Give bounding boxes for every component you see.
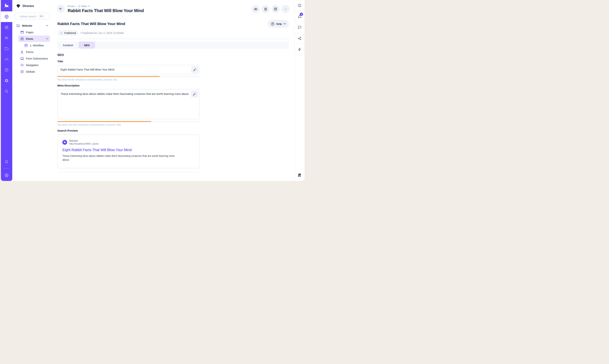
- module-bar: [1, 0, 12, 181]
- title-helper-text: Too short 45-60 characters recommended. …: [57, 78, 199, 81]
- sync-icon: [78, 5, 80, 8]
- nav-sidebar: Directus Global Search ⌘K Website: [12, 0, 52, 181]
- sidebar-item-form-submissions[interactable]: Form Submissions: [18, 55, 50, 62]
- docs-module-tab[interactable]: [1, 65, 12, 75]
- sidebar-item-label: Globals: [26, 70, 35, 73]
- sidebar-item-website[interactable]: Website: [14, 22, 50, 29]
- shares-panel-button[interactable]: [294, 33, 304, 44]
- inbox-icon: [20, 56, 24, 60]
- main-panel: Posts • Main Rabbit Facts That Will Blow…: [52, 0, 294, 181]
- folder-star-icon: [16, 24, 20, 27]
- editor-module-tab[interactable]: [1, 22, 12, 33]
- search-preview-card: Directus http://localhost:8055 › posts E…: [57, 134, 199, 168]
- preview-result-link[interactable]: Eight Rabbit Facts That Will Blow Your M…: [62, 148, 132, 152]
- item-heading: Rabbit Facts That Will Blow Your Mind: [57, 22, 125, 26]
- folder-icon: [4, 47, 9, 51]
- caret-down-icon: [88, 6, 90, 7]
- title-a-icon: A: [20, 50, 24, 54]
- chevron-down-icon: [284, 23, 286, 25]
- archive-button[interactable]: [271, 5, 280, 13]
- version-name: Main: [81, 5, 87, 8]
- sidebar-item-navigation[interactable]: Navigation: [18, 62, 50, 68]
- meta-description-value: These interesting facts about rabbits ma…: [58, 90, 199, 95]
- page-title: Rabbit Facts That Will Blow Your Mind: [68, 8, 249, 13]
- magic-wand-icon: [193, 68, 197, 72]
- flows-panel-button[interactable]: [294, 44, 304, 55]
- app-window: Directus Global Search ⌘K Website: [1, 0, 304, 181]
- seo-form: SEO Title Too short 45-60 characters: [57, 53, 199, 172]
- search-module-tab[interactable]: [1, 86, 12, 97]
- account-circle-icon: [4, 173, 9, 178]
- header-titles: Posts • Main Rabbit Facts That Will Blow…: [68, 5, 249, 13]
- breadcrumb-collection[interactable]: Posts: [68, 5, 74, 8]
- save-button[interactable]: [281, 5, 290, 13]
- kanban-board-icon: [24, 43, 28, 47]
- meta-helper-text: Too short 130-160 characters recommended…: [57, 123, 199, 126]
- tab-seo[interactable]: SEO: [79, 41, 95, 49]
- gear-icon: [4, 78, 9, 83]
- title-length-progress: [57, 76, 199, 77]
- detail-tabs: Content SEO: [57, 41, 289, 49]
- revisions-panel-button[interactable]: 2: [294, 11, 304, 22]
- status-row: Published • Published At: Jun 2, 2024 12…: [57, 30, 289, 36]
- chevron-down-icon[interactable]: [46, 25, 48, 26]
- meta-description-field[interactable]: These interesting facts about rabbits ma…: [57, 89, 199, 119]
- globe-icon: [20, 70, 24, 74]
- users-module-tab[interactable]: [1, 33, 12, 43]
- version-dropdown[interactable]: Main: [78, 5, 90, 8]
- info-panel-button[interactable]: [294, 0, 304, 11]
- settings-module-tab[interactable]: [1, 75, 12, 86]
- search-shortcut-chip: ⌘K: [38, 14, 45, 18]
- site-url: http://localhost:8055 › posts: [69, 143, 98, 145]
- box-icon: [4, 14, 9, 19]
- help-circle-icon: [271, 22, 275, 26]
- generate-meta-button[interactable]: [191, 91, 198, 98]
- eye-icon: [254, 7, 258, 11]
- content-module-tab[interactable]: [1, 11, 12, 22]
- pending-tasks-button[interactable]: [294, 169, 304, 181]
- generate-title-button[interactable]: [191, 66, 199, 73]
- bolt-icon: [298, 47, 302, 52]
- help-button[interactable]: Help: [267, 20, 289, 28]
- sidebar-item-label: 1. Workflow: [30, 44, 44, 47]
- sidebar-item-posts[interactable]: Posts: [18, 36, 50, 42]
- sidebar-item-forms[interactable]: A Forms: [18, 49, 50, 55]
- check-icon: [283, 7, 288, 11]
- help-circle-icon: [4, 68, 9, 72]
- share-icon: [298, 36, 302, 40]
- directus-app: Directus Global Search ⌘K Website: [0, 0, 304, 182]
- sidebar-item-label: Forms: [26, 51, 34, 53]
- notifications-button[interactable]: [1, 156, 12, 167]
- search-placeholder: Global Search: [20, 15, 36, 18]
- sidebar-item-pages[interactable]: Pages: [18, 29, 50, 35]
- page-header: Posts • Main Rabbit Facts That Will Blow…: [52, 0, 294, 13]
- sidebar-item-label: Pages: [26, 31, 34, 34]
- project-header[interactable]: Directus: [12, 0, 52, 12]
- seo-title-input[interactable]: [57, 65, 199, 74]
- rabbit-logo[interactable]: [1, 0, 12, 11]
- sidebar-item-workflow[interactable]: 1. Workflow: [22, 42, 50, 49]
- article-icon: [20, 37, 24, 41]
- preview-button[interactable]: [252, 5, 260, 13]
- sidebar-item-globals[interactable]: Globals: [18, 68, 50, 75]
- bell-icon: [4, 159, 9, 164]
- meta-length-progress: [57, 121, 199, 122]
- back-button[interactable]: [57, 5, 65, 13]
- files-module-tab[interactable]: [1, 43, 12, 54]
- right-sidebar: 2: [294, 0, 304, 181]
- chevron-down-icon[interactable]: [46, 38, 48, 39]
- breadcrumb: Posts • Main: [68, 5, 249, 8]
- notification-badge: 2: [300, 13, 303, 16]
- comments-panel-button[interactable]: [294, 22, 304, 33]
- sidebar-item-label: Website: [22, 24, 32, 27]
- archive-down-icon: [274, 7, 278, 11]
- rabbit-logo-icon: [4, 3, 9, 8]
- comment-icon: [298, 26, 302, 29]
- clipboard-clock-icon: [297, 173, 302, 177]
- user-avatar-button[interactable]: [1, 170, 12, 181]
- delete-button[interactable]: [262, 5, 270, 13]
- tab-content[interactable]: Content: [57, 41, 79, 49]
- insights-module-tab[interactable]: [1, 54, 12, 65]
- global-search-input[interactable]: Global Search ⌘K: [14, 13, 50, 20]
- title-field-label: Title: [57, 60, 199, 63]
